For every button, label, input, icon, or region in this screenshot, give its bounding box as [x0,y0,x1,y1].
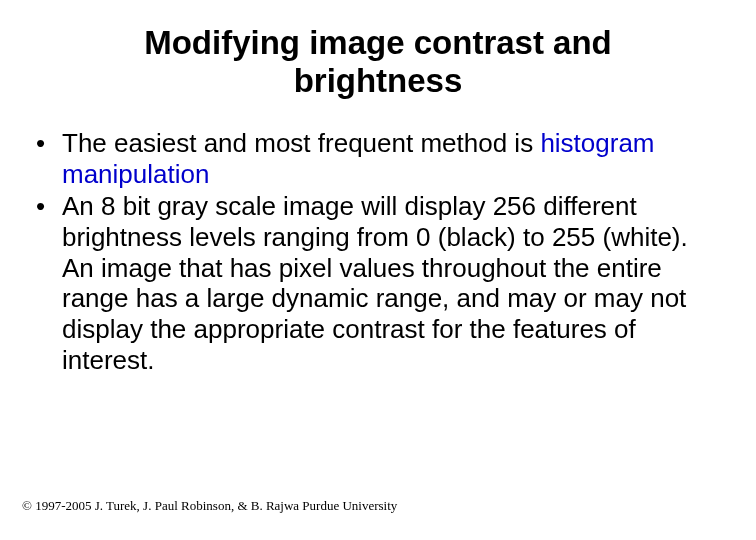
slide-title: Modifying image contrast and brightness [78,24,678,100]
slide: Modifying image contrast and brightness … [0,0,756,540]
bullet-list: The easiest and most frequent method is … [32,128,724,375]
bullet-text-pre: An 8 bit gray scale image will display 2… [62,191,688,374]
list-item: The easiest and most frequent method is … [34,128,724,189]
footer-copyright: © 1997-2005 J. Turek, J. Paul Robinson, … [22,498,397,514]
bullet-text-pre: The easiest and most frequent method is [62,128,540,158]
list-item: An 8 bit gray scale image will display 2… [34,191,724,375]
